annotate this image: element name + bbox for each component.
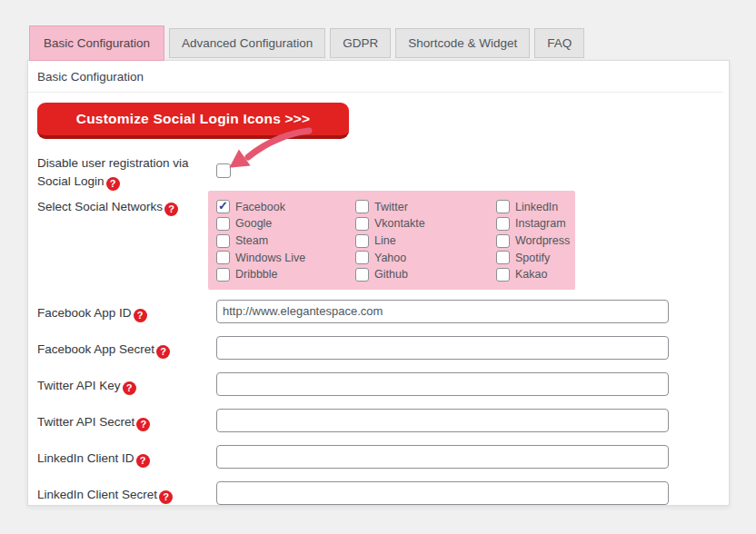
- help-icon[interactable]: ?: [136, 418, 150, 431]
- twitter-checkbox[interactable]: [355, 200, 369, 213]
- network-option-twitter[interactable]: Twitter: [355, 199, 496, 216]
- network-option-linkedin[interactable]: LinkedIn: [496, 199, 575, 216]
- spotify-checkbox[interactable]: [496, 251, 510, 264]
- linkedin-client-id-row: LinkedIn Client ID?: [37, 445, 729, 469]
- google-checkbox[interactable]: [216, 217, 230, 231]
- kakao-checkbox[interactable]: [496, 268, 510, 282]
- network-option-github[interactable]: Github: [355, 266, 496, 283]
- basic-configuration-panel: Basic Configuration Customize Social Log…: [27, 60, 730, 506]
- help-icon[interactable]: ?: [159, 490, 173, 504]
- facebook-app-secret-input[interactable]: [216, 336, 669, 360]
- disable-registration-label: Disable user registration via Social Log…: [37, 154, 208, 191]
- customize-social-login-icons-button[interactable]: Customize Social Login Icons >>>: [37, 103, 349, 139]
- twitter-api-secret-row: Twitter API Secret?: [37, 409, 729, 432]
- social-networks-row: Select Social Networks? ✓Facebook Twitte…: [37, 191, 729, 290]
- vkontakte-checkbox[interactable]: [355, 217, 369, 231]
- linkedin-client-id-label: LinkedIn Client ID?: [37, 445, 208, 468]
- network-option-yahoo[interactable]: Yahoo: [355, 249, 496, 266]
- linkedin-client-secret-label: LinkedIn Client Secret?: [37, 481, 208, 504]
- twitter-api-key-label: Twitter API Key?: [37, 372, 208, 395]
- yahoo-checkbox[interactable]: [355, 251, 369, 264]
- network-option-facebook[interactable]: ✓Facebook: [216, 199, 355, 216]
- tab-gdpr[interactable]: GDPR: [330, 28, 391, 58]
- linkedin-client-id-input[interactable]: [216, 445, 669, 469]
- network-option-dribbble[interactable]: Dribbble: [216, 266, 355, 283]
- windows-live-checkbox[interactable]: [216, 251, 230, 264]
- network-option-windows-live[interactable]: Windows Live: [216, 249, 355, 266]
- tab-bar: Basic Configuration Advanced Configurati…: [29, 25, 584, 61]
- social-networks-label: Select Social Networks?: [37, 191, 208, 216]
- disable-registration-checkbox[interactable]: ✓: [216, 163, 231, 178]
- settings-page: Basic Configuration Advanced Configurati…: [0, 0, 756, 534]
- network-option-spotify[interactable]: Spotify: [496, 249, 575, 266]
- line-checkbox[interactable]: [355, 234, 369, 248]
- twitter-api-key-input[interactable]: [216, 372, 669, 396]
- tab-basic-configuration[interactable]: Basic Configuration: [29, 25, 164, 61]
- disable-registration-row: Disable user registration via Social Log…: [37, 154, 729, 191]
- network-option-google[interactable]: Google: [216, 215, 355, 232]
- tab-advanced-configuration[interactable]: Advanced Configuration: [169, 28, 325, 58]
- network-option-wordpress[interactable]: Wordpress: [496, 232, 575, 250]
- settings-form: Disable user registration via Social Log…: [28, 154, 729, 505]
- twitter-api-secret-label: Twitter API Secret?: [37, 409, 208, 431]
- github-checkbox[interactable]: [355, 268, 369, 282]
- facebook-checkbox[interactable]: ✓: [216, 200, 230, 213]
- help-icon[interactable]: ?: [134, 309, 147, 322]
- network-option-line[interactable]: Line: [355, 232, 496, 250]
- help-icon[interactable]: ?: [164, 203, 178, 216]
- facebook-app-secret-label: Facebook App Secret?: [37, 336, 208, 359]
- steam-checkbox[interactable]: [216, 234, 230, 248]
- instagram-checkbox[interactable]: [496, 217, 510, 231]
- network-option-instagram[interactable]: Instagram: [496, 215, 575, 232]
- help-icon[interactable]: ?: [106, 177, 120, 191]
- network-option-kakao[interactable]: Kakao: [496, 266, 575, 283]
- help-icon[interactable]: ?: [136, 454, 150, 468]
- linkedin-client-secret-input[interactable]: [216, 481, 669, 505]
- twitter-api-secret-input[interactable]: [216, 409, 669, 432]
- social-networks-grid: ✓Facebook Twitter LinkedIn Google Vkonta…: [216, 199, 575, 283]
- facebook-app-id-label: Facebook App ID?: [37, 300, 208, 322]
- twitter-api-key-row: Twitter API Key?: [37, 372, 729, 396]
- social-networks-highlight-box: ✓Facebook Twitter LinkedIn Google Vkonta…: [208, 191, 575, 290]
- facebook-app-id-row: Facebook App ID?: [37, 300, 729, 323]
- help-icon[interactable]: ?: [156, 345, 170, 359]
- linkedin-client-secret-row: LinkedIn Client Secret?: [37, 481, 729, 505]
- network-option-steam[interactable]: Steam: [216, 232, 355, 250]
- facebook-app-id-input[interactable]: [216, 300, 669, 323]
- wordpress-checkbox[interactable]: [496, 234, 510, 248]
- dribbble-checkbox[interactable]: [216, 268, 230, 282]
- linkedin-checkbox[interactable]: [496, 200, 510, 213]
- facebook-app-secret-row: Facebook App Secret?: [37, 336, 729, 360]
- tab-shortcode-widget[interactable]: Shortcode & Widget: [395, 28, 530, 58]
- panel-heading: Basic Configuration: [28, 61, 723, 93]
- network-option-vkontakte[interactable]: Vkontakte: [355, 215, 496, 232]
- help-icon[interactable]: ?: [123, 381, 136, 395]
- tab-faq[interactable]: FAQ: [534, 28, 584, 58]
